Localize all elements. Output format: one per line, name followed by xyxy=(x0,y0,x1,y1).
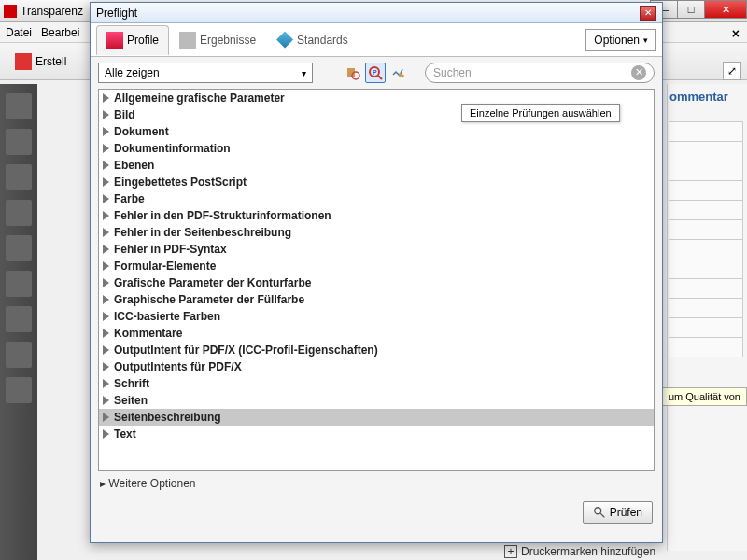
dialog-close-button[interactable]: ✕ xyxy=(640,6,656,21)
tool-icon[interactable] xyxy=(6,306,32,332)
tree-item[interactable]: Fehler in den PDF-Strukturinformationen xyxy=(99,207,654,224)
results-icon xyxy=(179,32,196,49)
tool-icon[interactable] xyxy=(6,377,32,403)
tree-item[interactable]: Fehler in PDF-Syntax xyxy=(99,241,654,258)
tree-item[interactable]: Dokumentinformation xyxy=(99,140,654,157)
dialog-tabs: Profile Ergebnisse Standards Optionen xyxy=(91,23,662,57)
tree-item[interactable]: Kommentare xyxy=(99,325,654,342)
check-button-label: Prüfen xyxy=(610,506,642,519)
tab-results-label: Ergebnisse xyxy=(200,34,256,47)
tree-item-label: Allgemeine grafische Parameter xyxy=(114,91,285,105)
tool-icon[interactable] xyxy=(6,235,32,261)
filter-dropdown[interactable]: Alle zeigen xyxy=(98,63,313,83)
tool-icon[interactable] xyxy=(6,164,32,190)
tree-item-label: Fehler in der Seitenbeschreibung xyxy=(114,226,291,239)
view-fixups-icon[interactable] xyxy=(388,63,408,83)
expand-icon[interactable]: ⤢ xyxy=(723,62,741,80)
right-panel-grid xyxy=(669,121,743,357)
tree-item[interactable]: Farbe xyxy=(99,190,654,207)
magnifier-icon xyxy=(593,506,606,519)
tree-item-label: Bild xyxy=(114,108,135,121)
dialog-toolbar-row: Alle zeigen P Suchen ✕ xyxy=(91,57,662,89)
expand-arrow-icon xyxy=(103,211,109,220)
tree-item[interactable]: Ebenen xyxy=(99,157,654,174)
tree-item-label: Fehler in den PDF-Strukturinformationen xyxy=(114,209,331,222)
tree-item-label: Farbe xyxy=(114,192,145,205)
expand-arrow-icon xyxy=(103,329,109,338)
preflight-dialog: Preflight ✕ Profile Ergebnisse Standards… xyxy=(90,2,663,543)
tree-item-label: OutputIntent für PDF/X (ICC-Profil-Eigen… xyxy=(114,343,378,357)
tree-item-label: Eingebettetes PostScript xyxy=(114,175,247,189)
expand-arrow-icon xyxy=(103,345,109,355)
dialog-titlebar[interactable]: Preflight ✕ xyxy=(91,3,662,23)
panel-close-icon[interactable]: × xyxy=(732,26,740,41)
dialog-title: Preflight xyxy=(96,7,640,20)
tab-standards-label: Standards xyxy=(297,34,348,47)
expand-arrow-icon xyxy=(103,144,109,153)
profile-icon xyxy=(106,32,123,49)
clear-search-icon[interactable]: ✕ xyxy=(631,65,646,80)
checks-tree[interactable]: Allgemeine grafische ParameterBildDokume… xyxy=(98,89,655,471)
expand-arrow-icon xyxy=(103,312,109,321)
erstellen-button[interactable]: Erstell xyxy=(9,49,72,74)
tree-item[interactable]: Schrift xyxy=(99,375,654,392)
expand-arrow-icon xyxy=(103,295,109,304)
expand-arrow-icon xyxy=(103,161,109,170)
tree-item-label: Kommentare xyxy=(114,327,182,340)
tool-icon[interactable] xyxy=(6,342,32,368)
tab-profile[interactable]: Profile xyxy=(96,25,169,55)
bg-bottom-row: + Druckermarken hinzufügen xyxy=(504,545,655,558)
tree-item[interactable]: Seiten xyxy=(99,392,654,409)
expand-arrow-icon xyxy=(103,93,109,103)
tree-item[interactable]: ICC-basierte Farben xyxy=(99,308,654,325)
tree-item-label: Grafische Parameter der Konturfarbe xyxy=(114,276,311,289)
tab-standards[interactable]: Standards xyxy=(266,25,359,55)
tree-item[interactable]: Text xyxy=(99,426,654,442)
maximize-button[interactable]: □ xyxy=(677,0,705,19)
tree-item-label: Fehler in PDF-Syntax xyxy=(114,243,227,256)
menu-bearbeiten[interactable]: Bearbei xyxy=(41,26,79,39)
druckermarken-label: Druckermarken hinzufügen xyxy=(521,545,655,558)
more-options-label: Weitere Optionen xyxy=(108,477,195,490)
tree-item[interactable]: Seitenbeschreibung xyxy=(99,409,654,426)
tree-item[interactable]: Graphische Parameter der Füllfarbe xyxy=(99,291,654,308)
pdf-create-icon xyxy=(15,53,32,70)
search-input[interactable]: Suchen ✕ xyxy=(425,63,655,83)
options-dropdown[interactable]: Optionen xyxy=(585,29,656,51)
expand-arrow-icon xyxy=(103,429,109,439)
svg-point-6 xyxy=(594,508,600,514)
bg-window-controls: — □ ✕ xyxy=(651,0,747,19)
plus-icon[interactable]: + xyxy=(504,545,517,558)
view-profiles-icon[interactable] xyxy=(343,63,363,83)
close-button[interactable]: ✕ xyxy=(704,0,747,19)
tool-icon[interactable] xyxy=(6,129,32,155)
tool-icon[interactable] xyxy=(6,200,32,226)
tool-icon[interactable] xyxy=(6,93,32,119)
filter-dropdown-value: Alle zeigen xyxy=(105,66,160,79)
tree-item-label: Graphische Parameter der Füllfarbe xyxy=(114,293,304,306)
expand-arrow-icon xyxy=(103,228,109,237)
tree-item-label: Schrift xyxy=(114,377,149,390)
svg-line-7 xyxy=(600,513,604,517)
tree-item[interactable]: Formular-Elemente xyxy=(99,258,654,274)
tree-item[interactable]: Eingebettetes PostScript xyxy=(99,174,654,190)
tree-item-label: Dokumentinformation xyxy=(114,142,231,155)
tree-item[interactable]: Fehler in der Seitenbeschreibung xyxy=(99,224,654,241)
tree-item[interactable]: OutputIntent für PDF/X (ICC-Profil-Eigen… xyxy=(99,342,654,358)
expand-arrow-icon xyxy=(103,261,109,271)
tree-item[interactable]: OutputIntents für PDF/X xyxy=(99,358,654,375)
view-single-checks-icon[interactable]: P xyxy=(365,63,386,83)
tree-item-label: ICC-basierte Farben xyxy=(114,310,220,323)
tab-profile-label: Profile xyxy=(127,34,159,47)
more-options-toggle[interactable]: Weitere Optionen xyxy=(91,471,662,496)
check-button[interactable]: Prüfen xyxy=(583,501,653,524)
pdf-icon xyxy=(4,5,17,18)
tab-results[interactable]: Ergebnisse xyxy=(169,25,266,55)
tool-icon[interactable] xyxy=(6,271,32,297)
tree-item-label: Text xyxy=(114,427,136,441)
tree-item[interactable]: Grafische Parameter der Konturfarbe xyxy=(99,274,654,291)
tree-item[interactable]: Dokument xyxy=(99,123,654,140)
bg-tooltip: um Qualität von xyxy=(662,387,747,406)
left-tool-rail xyxy=(0,84,37,560)
menu-datei[interactable]: Datei xyxy=(6,26,32,39)
